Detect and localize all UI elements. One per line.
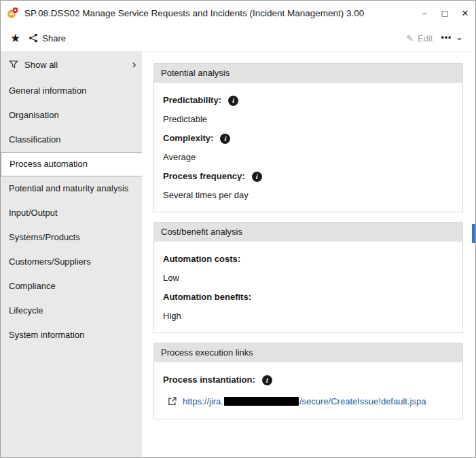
window-body: Show all › General information Organisat… [1,52,475,457]
sidebar: Show all › General information Organisat… [1,52,142,457]
edit-button[interactable]: ✎ Edit [402,31,437,46]
field-label-process-frequency: Process frequency: [163,171,245,182]
field-label-row: Process instantiation: i [163,375,454,385]
field-label-complexity: Complexity: [163,133,213,144]
more-icon: ••• [441,33,452,42]
sidebar-item-system-information[interactable]: System information [1,323,142,347]
app-icon [7,7,19,19]
field-label-process-instantiation: Process instantiation: [163,375,255,385]
info-icon[interactable]: i [228,96,238,106]
sidebar-item-compliance[interactable]: Compliance [1,274,142,299]
sidebar-item-lifecycle[interactable]: Lifecycle [1,299,142,323]
maximize-button[interactable]: □ [435,1,455,25]
sidebar-item-general-information[interactable]: General information [1,79,142,103]
field-value-automation-benefits: High [163,311,454,322]
field-label-predictability: Predictability: [163,95,221,106]
close-icon: ✕ [462,8,469,18]
info-icon[interactable]: i [252,172,262,182]
chevron-right-icon: › [132,59,136,71]
section-body: Process instantiation: i https://jira./s… [154,362,462,419]
sidebar-nav: General information Organisation Classif… [1,79,142,347]
process-instantiation-link[interactable]: https://jira./secure/CreateIssue!default… [183,396,426,406]
link-suffix: /secure/CreateIssue!default.jspa [299,396,426,406]
external-link-icon [168,397,177,406]
sidebar-item-systems-products[interactable]: Systems/Products [1,225,142,250]
titlebar: SP.08.DSS02 Manage Service Requests and … [1,1,475,25]
pencil-icon: ✎ [406,33,414,43]
minimize-icon: – [422,8,427,18]
window-title: SP.08.DSS02 Manage Service Requests and … [24,8,364,18]
field-label-row: Automation costs: [163,254,454,265]
close-button[interactable]: ✕ [455,1,475,25]
show-all-button[interactable]: Show all › [1,56,142,73]
field-value-process-frequency: Several times per day [163,190,454,201]
section-potential-analysis: Potential analysis Predictability: i Pre… [153,63,463,212]
sidebar-item-potential-and-maturity-analysis[interactable]: Potential and maturity analysis [1,176,142,201]
section-header: Cost/benefit analysis [154,223,462,242]
section-header: Process execution links [154,343,462,362]
edit-label: Edit [418,33,433,43]
share-label: Share [42,33,66,43]
field-label-automation-costs: Automation costs: [163,254,240,265]
maximize-icon: □ [441,9,448,18]
field-label-automation-benefits: Automation benefits: [163,292,251,303]
sidebar-item-process-automation[interactable]: Process automation [1,152,142,176]
section-process-execution-links: Process execution links Process instanti… [153,343,463,419]
chevron-down-icon: ⌄ [456,32,463,42]
field-label-row: Complexity: i [163,133,454,144]
share-icon [29,33,38,43]
more-button[interactable]: ••• ⌄ [437,31,467,46]
section-header: Potential analysis [154,64,462,83]
sidebar-item-organisation[interactable]: Organisation [1,103,142,128]
favorite-button[interactable]: ★ [9,28,24,48]
sidebar-item-classification[interactable]: Classification [1,128,142,152]
field-value-automation-costs: Low [163,273,454,284]
field-value-predictability: Predictable [163,114,454,125]
info-icon[interactable]: i [262,375,272,385]
sidebar-item-input-output[interactable]: Input/Output [1,201,142,225]
show-all-label: Show all [24,60,58,70]
field-label-row: Automation benefits: [163,292,454,303]
star-icon: ★ [10,31,20,45]
dialog-window: SP.08.DSS02 Manage Service Requests and … [0,0,476,458]
redacted-segment [224,397,299,406]
field-value-complexity: Average [163,152,454,163]
window-controls: – □ ✕ [414,1,475,25]
share-button[interactable]: Share [24,31,70,46]
link-prefix: https://jira. [183,396,223,406]
section-cost-benefit-analysis: Cost/benefit analysis Automation costs: … [153,222,463,333]
sidebar-item-customers-suppliers[interactable]: Customers/Suppliers [1,250,142,274]
field-label-row: Process frequency: i [163,171,454,182]
process-instantiation-link-row: https://jira./secure/CreateIssue!default… [168,396,454,406]
section-body: Predictability: i Predictable Complexity… [154,83,462,212]
background-window-edge [472,224,475,243]
toolbar: ★ Share ✎ Edit ••• ⌄ [1,25,475,52]
info-icon[interactable]: i [220,134,230,144]
minimize-button[interactable]: – [414,1,435,25]
filter-icon [9,60,18,69]
section-body: Automation costs: Low Automation benefit… [154,242,462,332]
field-label-row: Predictability: i [163,95,454,106]
main-content: Potential analysis Predictability: i Pre… [142,52,475,457]
